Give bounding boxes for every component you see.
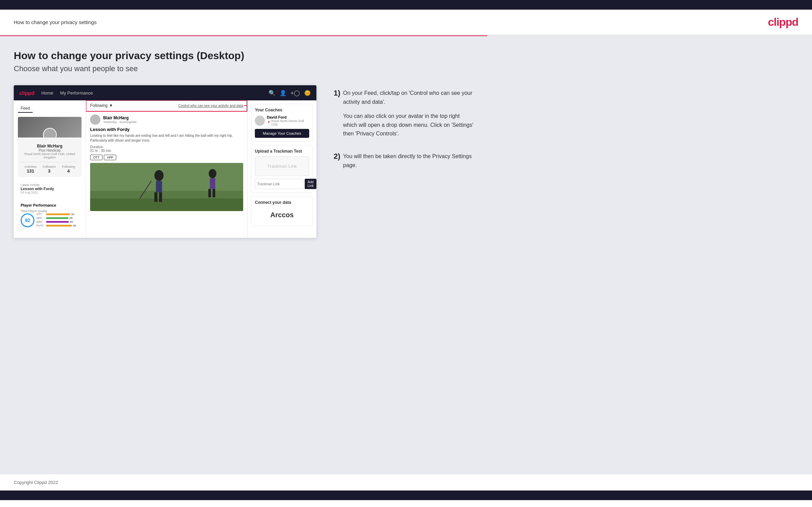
pp-row: 92 OTT 90 APP 85 bbox=[21, 213, 79, 228]
coach-name: David Ford bbox=[267, 115, 309, 119]
app-nav: clippd Home My Performance 🔍 👤 +◯ 🌞 bbox=[14, 85, 316, 100]
page-subheading: Choose what you want people to see bbox=[14, 64, 798, 73]
following-button[interactable]: Following ▼ bbox=[90, 103, 113, 108]
manage-coaches-button[interactable]: Manage Your Coaches bbox=[255, 129, 309, 138]
post-header: Blair McHarg Yesterday · Sunningdale bbox=[90, 114, 243, 125]
user-card: Blair McHarg Plus Handicap Royal North D… bbox=[18, 117, 82, 177]
trackman-input[interactable] bbox=[255, 179, 303, 189]
quality-score: 92 bbox=[21, 213, 34, 227]
search-icon[interactable]: 🔍 bbox=[269, 90, 275, 96]
top-bar bbox=[0, 0, 812, 10]
trackman-input-row: Add Link bbox=[255, 179, 309, 189]
duration-value: 01 hr : 30 min bbox=[90, 149, 111, 153]
trackman-placeholder: Trackman Link bbox=[255, 156, 309, 176]
arccos-brand: Arccos bbox=[255, 208, 309, 222]
coach-info: David Ford 📍 Royal North Devon Golf Club bbox=[267, 115, 309, 126]
location-icon: 📍 bbox=[267, 121, 271, 124]
tag-app: APP bbox=[104, 155, 116, 160]
svg-point-5 bbox=[154, 170, 164, 181]
step2-text: You will then be taken directly to the P… bbox=[343, 152, 474, 169]
stat-followers: Followers 3 bbox=[43, 165, 56, 174]
app-nav-logo: clippd bbox=[19, 90, 34, 96]
stat-following: Following 4 bbox=[62, 165, 75, 174]
annotation-line bbox=[244, 102, 248, 109]
svg-rect-6 bbox=[156, 181, 162, 192]
instruction-2: 2) You will then be taken directly to th… bbox=[334, 152, 798, 169]
bar-arg: ARG 86 bbox=[36, 220, 79, 223]
svg-rect-7 bbox=[154, 192, 158, 202]
nav-right: 🔍 👤 +◯ 🌞 bbox=[269, 90, 311, 96]
user-stats: Activities 131 Followers 3 Following 4 bbox=[21, 162, 78, 174]
coaches-section: Your Coaches David Ford 📍 Royal North De… bbox=[251, 104, 313, 142]
feed-post: Blair McHarg Yesterday · Sunningdale Les… bbox=[86, 111, 247, 215]
latest-date: 03 Aug 2022 bbox=[21, 191, 79, 194]
tag-ott: OTT bbox=[90, 155, 102, 160]
feed-tab[interactable]: Feed bbox=[18, 104, 33, 113]
coach-item: David Ford 📍 Royal North Devon Golf Club bbox=[255, 115, 309, 126]
post-tags: OTT APP bbox=[90, 155, 243, 160]
header-title: How to change your privacy settings bbox=[14, 19, 97, 25]
step1-number: 1) bbox=[334, 89, 340, 98]
svg-rect-10 bbox=[210, 178, 215, 189]
step1-text-2: You can also click on your avatar in the… bbox=[343, 112, 474, 138]
post-user-info: Blair McHarg Yesterday · Sunningdale bbox=[103, 115, 137, 124]
main-content: How to change your privacy settings (Des… bbox=[0, 36, 812, 474]
user-name: Blair McHarg bbox=[21, 144, 78, 148]
app-feed: Following ▼ Control who can see your act… bbox=[86, 100, 248, 238]
post-meta: Yesterday · Sunningdale bbox=[103, 120, 137, 124]
followers-value: 3 bbox=[43, 168, 56, 174]
user-icon[interactable]: 👤 bbox=[280, 90, 286, 96]
pp-quality-label: Total Player Quality bbox=[21, 209, 79, 213]
page-heading: How to change your privacy settings (Des… bbox=[14, 50, 798, 62]
activities-label: Activities bbox=[24, 165, 37, 168]
post-desc: Looking to feel like my hands are exitin… bbox=[90, 133, 243, 143]
trackman-title: Upload a Trackman Test bbox=[255, 149, 309, 154]
user-avatar-area bbox=[18, 117, 82, 137]
bar-ott: OTT 90 bbox=[36, 213, 79, 216]
app-body: Feed Blair McHarg Plus Handicap Royal No… bbox=[14, 100, 316, 238]
instruction-1: 1) On your Feed, click/tap on 'Control w… bbox=[334, 89, 798, 138]
app-sidebar: Feed Blair McHarg Plus Handicap Royal No… bbox=[14, 100, 86, 238]
connect-section: Connect your data Arccos bbox=[251, 196, 313, 226]
connect-title: Connect your data bbox=[255, 200, 309, 205]
footer: Copyright Clippd 2022 bbox=[0, 474, 812, 491]
svg-rect-4 bbox=[90, 198, 243, 211]
svg-rect-11 bbox=[208, 189, 211, 197]
user-handicap: Plus Handicap bbox=[21, 148, 78, 152]
nav-home[interactable]: Home bbox=[41, 90, 53, 96]
pp-title: Player Performance bbox=[21, 203, 79, 207]
stat-activities: Activities 131 bbox=[24, 165, 37, 174]
latest-activity: Latest Activity Lesson with Fordy 03 Aug… bbox=[18, 180, 82, 197]
add-link-button[interactable]: Add Link bbox=[305, 179, 316, 189]
nav-performance[interactable]: My Performance bbox=[60, 90, 93, 96]
header: How to change your privacy settings clip… bbox=[0, 10, 812, 35]
following-label: Following bbox=[62, 165, 75, 168]
following-value: 4 bbox=[62, 168, 75, 174]
post-avatar bbox=[90, 114, 100, 125]
post-duration: Duration 01 hr : 30 min bbox=[90, 145, 243, 153]
svg-point-9 bbox=[209, 169, 216, 178]
bar-putt: PUTT 96 bbox=[36, 224, 79, 227]
post-title: Lesson with Fordy bbox=[90, 127, 243, 132]
chevron-down-icon: ▼ bbox=[109, 103, 113, 108]
feed-header: Following ▼ Control who can see your act… bbox=[86, 100, 247, 111]
latest-label: Latest Activity bbox=[21, 183, 79, 187]
coaches-title: Your Coaches bbox=[255, 108, 309, 112]
svg-rect-8 bbox=[159, 192, 162, 202]
quality-bars: OTT 90 APP 85 ARG bbox=[36, 213, 79, 228]
following-label: Following bbox=[90, 103, 108, 108]
plus-icon[interactable]: +◯ bbox=[291, 90, 300, 96]
app-right-panel: Your Coaches David Ford 📍 Royal North De… bbox=[248, 100, 316, 238]
step1-text: On your Feed, click/tap on 'Control who … bbox=[343, 89, 474, 106]
content-area: clippd Home My Performance 🔍 👤 +◯ 🌞 Feed bbox=[14, 85, 798, 238]
post-user-name: Blair McHarg bbox=[103, 115, 137, 120]
avatar-icon[interactable]: 🌞 bbox=[304, 90, 311, 96]
footer-text: Copyright Clippd 2022 bbox=[14, 480, 58, 485]
control-link[interactable]: Control who can see your activity and da… bbox=[178, 104, 243, 108]
activities-value: 131 bbox=[24, 168, 37, 174]
user-club: Royal North Devon Golf Club, United King… bbox=[21, 152, 78, 159]
trackman-section: Upload a Trackman Test Trackman Link Add… bbox=[251, 145, 313, 193]
step2-number: 2) bbox=[334, 152, 340, 161]
clippd-logo: clippd bbox=[768, 16, 798, 29]
control-link-wrapper: Control who can see your activity and da… bbox=[178, 104, 243, 108]
